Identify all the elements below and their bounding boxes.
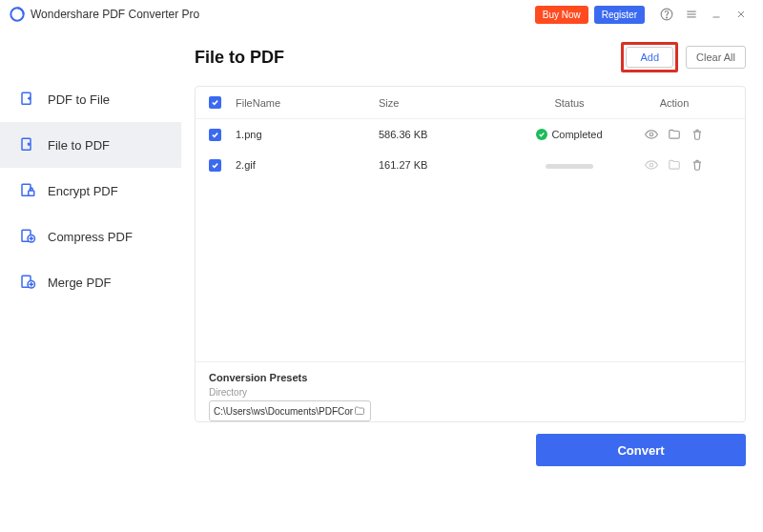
- browse-folder-icon[interactable]: [353, 404, 366, 418]
- main-panel: File to PDF Add Clear All FileName Size …: [181, 29, 763, 532]
- convert-button[interactable]: Convert: [536, 434, 746, 466]
- file-to-pdf-icon: [19, 136, 36, 153]
- minimize-icon[interactable]: [706, 4, 727, 25]
- sidebar-item-encrypt-pdf[interactable]: Encrypt PDF: [0, 168, 181, 214]
- table-header: FileName Size Status Action: [196, 87, 745, 119]
- cell-filename: 1.png: [236, 129, 379, 140]
- directory-label: Directory: [209, 387, 732, 398]
- header-action: Action: [617, 97, 732, 109]
- status-progress-bar: [546, 164, 593, 169]
- cell-size: 161.27 KB: [379, 159, 522, 171]
- merge-pdf-icon: [19, 274, 36, 291]
- titlebar: Wondershare PDF Converter Pro Buy Now Re…: [0, 0, 763, 29]
- row-checkbox[interactable]: [209, 159, 221, 172]
- svg-point-2: [667, 17, 668, 18]
- clear-all-button[interactable]: Clear All: [686, 46, 746, 69]
- add-button-highlight: Add: [621, 42, 678, 72]
- svg-rect-12: [29, 191, 34, 195]
- delete-icon[interactable]: [691, 158, 704, 172]
- sidebar-item-label: PDF to File: [48, 92, 110, 107]
- sidebar-item-pdf-to-file[interactable]: PDF to File: [0, 76, 181, 122]
- add-button[interactable]: Add: [626, 47, 673, 68]
- sidebar-item-file-to-pdf[interactable]: File to PDF: [0, 122, 181, 168]
- sidebar-item-label: File to PDF: [48, 138, 110, 153]
- pdf-to-file-icon: [19, 91, 36, 108]
- directory-input-wrap: [209, 400, 371, 421]
- status-completed: Completed: [536, 129, 602, 140]
- close-icon[interactable]: [731, 4, 752, 25]
- sidebar-item-merge-pdf[interactable]: Merge PDF: [0, 259, 181, 305]
- app-title: Wondershare PDF Converter Pro: [31, 8, 199, 21]
- app-logo-icon: [10, 7, 25, 22]
- sidebar: PDF to File File to PDF Encrypt PDF Comp…: [0, 29, 181, 532]
- buy-now-button[interactable]: Buy Now: [535, 6, 588, 24]
- delete-icon[interactable]: [691, 128, 704, 141]
- folder-icon[interactable]: [668, 128, 681, 141]
- sidebar-item-label: Merge PDF: [48, 276, 111, 290]
- sidebar-item-label: Encrypt PDF: [48, 184, 118, 198]
- folder-icon: [668, 158, 681, 172]
- help-icon[interactable]: [656, 4, 677, 25]
- svg-point-17: [650, 133, 653, 136]
- header-filename: FileName: [236, 97, 379, 109]
- page-title: File to PDF: [195, 48, 621, 68]
- preview-icon: [645, 158, 658, 172]
- header-size: Size: [379, 97, 522, 109]
- conversion-presets: Conversion Presets Directory: [196, 361, 745, 421]
- presets-title: Conversion Presets: [209, 372, 732, 383]
- sidebar-item-compress-pdf[interactable]: Compress PDF: [0, 214, 181, 259]
- preview-icon[interactable]: [645, 128, 658, 141]
- cell-filename: 2.gif: [236, 159, 379, 171]
- cell-size: 586.36 KB: [379, 129, 522, 140]
- register-button[interactable]: Register: [594, 6, 645, 24]
- directory-input[interactable]: [214, 406, 353, 417]
- status-label: Completed: [551, 129, 602, 140]
- table-row: 1.png 586.36 KB Completed: [196, 119, 745, 150]
- row-checkbox[interactable]: [209, 129, 221, 141]
- sidebar-item-label: Compress PDF: [48, 230, 133, 244]
- menu-icon[interactable]: [681, 4, 702, 25]
- file-table: FileName Size Status Action 1.png 586.36…: [195, 86, 746, 422]
- encrypt-pdf-icon: [19, 182, 36, 199]
- header-status: Status: [522, 97, 617, 109]
- check-circle-icon: [536, 129, 547, 140]
- svg-point-18: [650, 163, 653, 167]
- compress-pdf-icon: [19, 228, 36, 245]
- select-all-checkbox[interactable]: [209, 96, 221, 109]
- table-row: 2.gif 161.27 KB: [196, 150, 745, 180]
